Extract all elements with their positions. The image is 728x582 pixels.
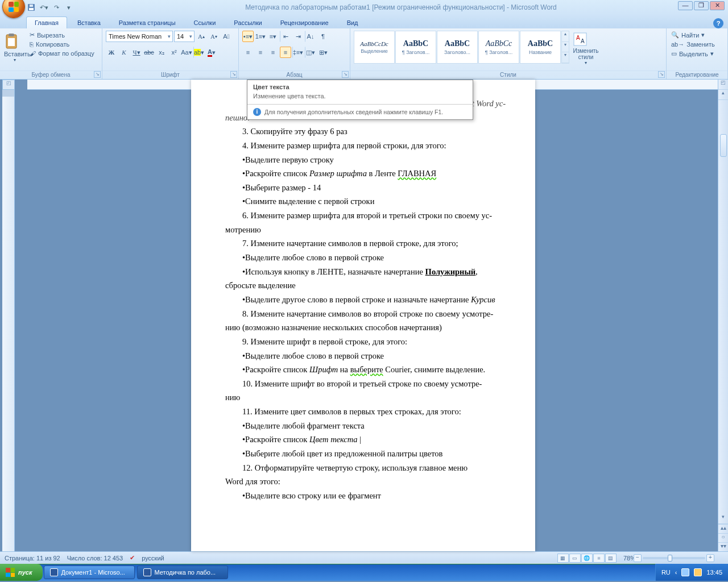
- copy-button[interactable]: ⎘ Копировать: [28, 40, 96, 48]
- tab-references[interactable]: Ссылки: [186, 17, 224, 28]
- tray-show-hidden-icon[interactable]: ‹: [675, 569, 677, 576]
- format-painter-button[interactable]: 🖌 Формат по образцу: [28, 49, 96, 57]
- shrink-font-icon[interactable]: A▾: [208, 31, 220, 42]
- superscript-button[interactable]: x²: [168, 47, 180, 58]
- show-marks-button[interactable]: ¶: [317, 31, 329, 42]
- line-spacing-button[interactable]: ‡≡▾: [292, 47, 304, 58]
- view-print-layout[interactable]: ▦: [557, 554, 569, 563]
- view-outline[interactable]: ≡: [593, 554, 605, 563]
- tab-page-layout[interactable]: Разметка страницы: [111, 17, 184, 28]
- window-title: Методичка по лабораторным работам1 [Режи…: [74, 3, 728, 11]
- taskbar-item-doc1[interactable]: Документ1 - Microso...: [44, 566, 135, 579]
- style-tile[interactable]: AaBbCЗаголово...: [437, 31, 478, 64]
- tooltip-title: Цвет текста: [247, 80, 473, 92]
- taskbar-item-methodichka[interactable]: Методичка по лабо...: [137, 566, 228, 579]
- text-cursor: |: [359, 435, 361, 444]
- paragraph-dialog-launcher[interactable]: ↘: [342, 71, 349, 78]
- align-center-button[interactable]: ≡: [255, 47, 266, 58]
- start-button[interactable]: пуск: [0, 564, 43, 581]
- view-full-screen[interactable]: ▭: [569, 554, 581, 563]
- zoom-handle[interactable]: [668, 555, 672, 562]
- styles-dialog-launcher[interactable]: ↘: [658, 71, 665, 78]
- next-page-icon[interactable]: ▾▾: [718, 542, 728, 551]
- vertical-scrollbar[interactable]: ◰ ▴ ▾ ▴▴ ○ ▾▾: [718, 80, 728, 551]
- subscript-button[interactable]: x₂: [156, 47, 167, 58]
- help-icon[interactable]: ?: [713, 18, 723, 28]
- highlight-color-button[interactable]: ab▾: [193, 47, 205, 58]
- multilevel-list-button[interactable]: ≡▾: [267, 31, 279, 42]
- style-tile[interactable]: AaBbCcDcВыделение: [354, 31, 395, 64]
- status-language[interactable]: русский: [142, 555, 164, 562]
- tooltip-foot: Для получения дополнительных сведений на…: [264, 109, 443, 115]
- underline-button[interactable]: Ч▾: [131, 47, 142, 58]
- qat-customize-icon[interactable]: ▾: [64, 2, 74, 13]
- vertical-ruler[interactable]: [2, 80, 15, 551]
- style-tile[interactable]: AaBbCНазвание: [520, 31, 561, 64]
- save-icon[interactable]: [26, 2, 36, 13]
- status-word-count[interactable]: Число слов: 12 453: [67, 555, 123, 562]
- find-button[interactable]: 🔍 Найти ▾: [670, 31, 716, 39]
- tab-review[interactable]: Рецензирование: [272, 17, 337, 28]
- document-page[interactable]: rosoft Word ус- пешно! 3. Скопируйте эту…: [191, 80, 535, 551]
- ribbon: Вставить▾ ✂ Вырезать ⎘ Копировать 🖌 Форм…: [0, 28, 728, 80]
- borders-button[interactable]: ⊞▾: [317, 47, 329, 58]
- clear-format-icon[interactable]: A⃫: [221, 31, 232, 42]
- undo-icon[interactable]: ↶▾: [39, 2, 49, 13]
- grow-font-icon[interactable]: A▴: [196, 31, 207, 42]
- svg-rect-5: [8, 38, 15, 46]
- tab-mailings[interactable]: Рассылки: [226, 17, 270, 28]
- tooltip-font-color: Цвет текста Изменение цвета текста. iДля…: [247, 80, 473, 120]
- zoom-slider[interactable]: [643, 557, 705, 559]
- style-tile[interactable]: AaBbCc¶ Заголов...: [478, 31, 519, 64]
- paste-button[interactable]: Вставить▾: [3, 31, 26, 68]
- align-left-button[interactable]: ≡: [242, 47, 254, 58]
- increase-indent-button[interactable]: ⇥: [292, 31, 304, 42]
- select-button[interactable]: ▭ Выделить ▾: [670, 49, 716, 58]
- numbering-button[interactable]: 1≡▾: [255, 31, 266, 42]
- bullets-button[interactable]: •≡▾: [242, 31, 254, 42]
- font-color-button[interactable]: A▾: [206, 47, 217, 58]
- status-page[interactable]: Страница: 11 из 92: [5, 555, 60, 562]
- justify-button[interactable]: ≡: [280, 47, 291, 58]
- change-case-button[interactable]: Aa▾: [181, 47, 192, 58]
- decrease-indent-button[interactable]: ⇤: [280, 31, 291, 42]
- change-styles-button[interactable]: AA Изменить стили▾: [572, 31, 600, 66]
- status-proofing-icon[interactable]: ✔: [130, 554, 135, 562]
- tray-icon[interactable]: [681, 568, 689, 576]
- italic-button[interactable]: К: [118, 47, 130, 58]
- bold-button[interactable]: Ж: [106, 47, 117, 58]
- font-name-combo[interactable]: Times New Roman: [106, 31, 173, 42]
- close-button[interactable]: ✕: [710, 1, 725, 10]
- tray-clock[interactable]: 13:45: [706, 569, 722, 576]
- scroll-thumb[interactable]: [720, 134, 727, 157]
- clipboard-dialog-launcher[interactable]: ↘: [94, 71, 101, 78]
- system-tray: RU ‹ 13:45: [655, 564, 728, 581]
- tab-view[interactable]: Вид: [339, 17, 366, 28]
- gallery-scroll[interactable]: ▴▾▾: [561, 31, 569, 64]
- tray-icon[interactable]: [694, 568, 702, 576]
- styles-gallery[interactable]: AaBbCcDcВыделение AaBbC¶ Заголов... AaBb…: [354, 31, 569, 64]
- tab-home[interactable]: Главная: [26, 16, 67, 28]
- tray-lang[interactable]: RU: [661, 569, 671, 576]
- font-size-combo[interactable]: 14: [174, 31, 195, 42]
- font-dialog-launcher[interactable]: ↘: [230, 71, 237, 78]
- align-right-button[interactable]: ≡: [267, 47, 279, 58]
- strikethrough-button[interactable]: abc: [143, 47, 155, 58]
- ruler-toggle[interactable]: ◰: [2, 80, 15, 90]
- prev-page-icon[interactable]: ▴▴: [718, 524, 728, 533]
- cut-button[interactable]: ✂ Вырезать: [28, 31, 96, 39]
- replace-button[interactable]: ab→ Заменить: [670, 40, 716, 48]
- sort-button[interactable]: A↓: [305, 31, 316, 42]
- redo-icon[interactable]: ↷: [51, 2, 61, 13]
- ruler-toggle-icon[interactable]: ◰: [718, 80, 728, 90]
- scroll-down-icon[interactable]: ▾: [718, 514, 728, 524]
- style-tile[interactable]: AaBbC¶ Заголов...: [395, 31, 436, 64]
- browse-object-icon[interactable]: ○: [718, 533, 728, 542]
- shading-button[interactable]: ◫▾: [305, 47, 316, 58]
- view-draft[interactable]: ▤: [605, 554, 617, 563]
- view-web[interactable]: 🌐: [581, 554, 593, 563]
- tab-insert[interactable]: Вставка: [69, 17, 109, 28]
- minimize-button[interactable]: —: [678, 1, 693, 10]
- scroll-up-icon[interactable]: ▴: [718, 90, 728, 100]
- maximize-button[interactable]: ❐: [694, 1, 709, 10]
